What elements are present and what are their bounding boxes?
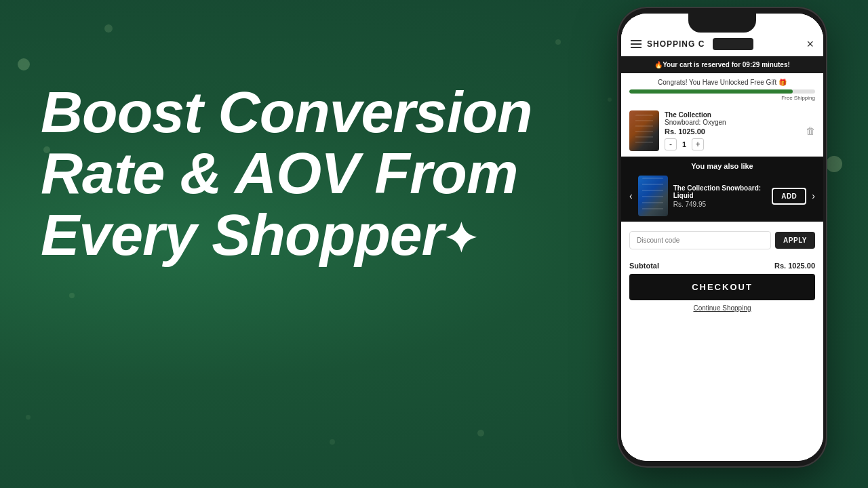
delete-item-icon[interactable]: 🗑	[806, 125, 815, 136]
cart-title-bar	[713, 38, 753, 50]
subtotal-amount: Rs. 1025.00	[774, 262, 815, 270]
continue-shopping-link[interactable]: Continue Shopping	[621, 304, 823, 317]
upsell-product-name: The Collection Snowboard: Liquid	[673, 184, 766, 199]
cart-item-info: The Collection Snowboard: Oxygen Rs. 102…	[665, 111, 800, 150]
cart-item-image	[629, 110, 659, 151]
upsell-next-button[interactable]: ›	[812, 190, 815, 201]
upsell-product-price: Rs. 749.95	[673, 201, 766, 208]
upsell-prev-button[interactable]: ‹	[629, 190, 633, 201]
upsell-product-image	[638, 176, 668, 216]
cart-item: The Collection Snowboard: Oxygen Rs. 102…	[629, 110, 815, 151]
gift-progress-section: Congrats! You Have Unlocked Free Gift 🎁 …	[621, 73, 823, 105]
cart-item-price: Rs. 1025.00	[665, 127, 800, 136]
cart-item-variant: Snowboard: Oxygen	[665, 119, 800, 126]
cart-overlay: SHOPPING C × 🔥Your cart is reserved for …	[621, 14, 823, 461]
free-shipping-label: Free Shipping	[629, 95, 815, 101]
timer-banner: 🔥Your cart is reserved for 09:29 minutes…	[621, 56, 823, 73]
upsell-title: You may also like	[629, 162, 815, 170]
upsell-item: ‹ The Collection Snowboard: Liquid Rs. 7…	[629, 176, 815, 216]
hero-heading: Boost Conversion Rate & AOV From Every S…	[41, 81, 542, 265]
cart-item-name: The Collection	[665, 111, 800, 119]
phone-mockup: SHOPPING C × 🔥Your cart is reserved for …	[617, 7, 827, 468]
quantity-value: 1	[682, 140, 686, 148]
phone-frame: SHOPPING C × 🔥Your cart is reserved for …	[617, 7, 827, 468]
quantity-increase-button[interactable]: +	[692, 138, 704, 150]
discount-code-input[interactable]	[629, 231, 771, 249]
upsell-add-button[interactable]: ADD	[772, 188, 806, 205]
upsell-section: You may also like ‹ The Collection Snowb…	[621, 157, 823, 222]
subtotal-label: Subtotal	[629, 262, 659, 270]
gift-text: Congrats! You Have Unlocked Free Gift 🎁	[629, 79, 815, 86]
cart-item-section: The Collection Snowboard: Oxygen Rs. 102…	[621, 105, 823, 157]
discount-section: APPLY	[621, 224, 823, 256]
progress-bar-background	[629, 89, 815, 94]
apply-discount-button[interactable]: APPLY	[775, 232, 815, 249]
discount-row: APPLY	[629, 231, 815, 249]
quantity-controls: - 1 +	[665, 138, 800, 150]
phone-notch	[688, 14, 756, 33]
hamburger-icon[interactable]	[631, 40, 642, 48]
hero-section: Boost Conversion Rate & AOV From Every S…	[41, 81, 542, 265]
cart-panel: SHOPPING C × 🔥Your cart is reserved for …	[621, 14, 823, 461]
close-icon[interactable]: ×	[806, 38, 814, 50]
upsell-product-info: The Collection Snowboard: Liquid Rs. 749…	[673, 184, 766, 208]
quantity-decrease-button[interactable]: -	[665, 138, 677, 150]
cart-title: SHOPPING C	[647, 39, 705, 49]
progress-bar-fill	[629, 89, 793, 94]
checkout-button[interactable]: CHECKOUT	[629, 274, 815, 300]
subtotal-row: Subtotal Rs. 1025.00	[621, 256, 823, 274]
cart-header-left: SHOPPING C	[631, 38, 753, 50]
